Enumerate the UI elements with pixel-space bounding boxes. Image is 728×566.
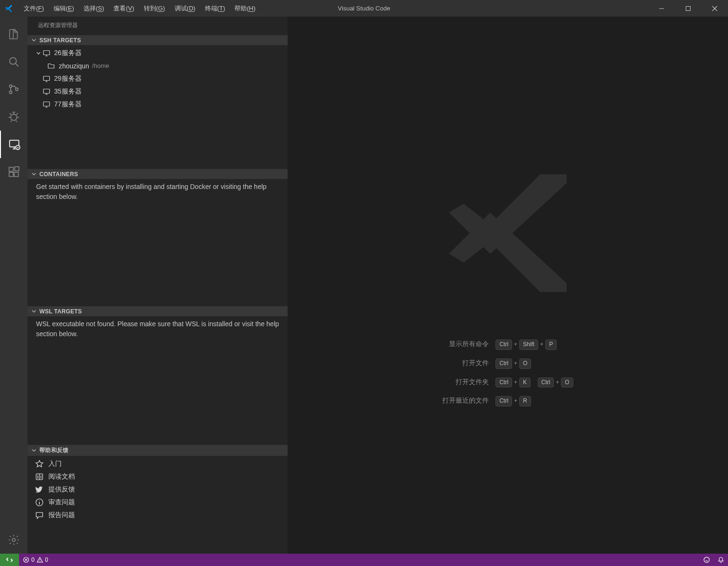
vm-icon — [43, 88, 50, 95]
ssh-host-item[interactable]: 26服务器 — [28, 47, 288, 59]
panel-header-help[interactable]: 帮助和反馈 — [28, 445, 288, 456]
help-item-report-issue[interactable]: 报告问题 — [28, 509, 288, 521]
activity-explorer[interactable] — [0, 20, 28, 48]
ssh-folder-label: zhouziqun — [59, 62, 89, 70]
window-controls — [648, 0, 728, 17]
kbd: Ctrl — [495, 396, 512, 406]
menu-go[interactable]: 转到(G) — [139, 1, 170, 16]
help-item-read-docs[interactable]: 阅读文档 — [28, 470, 288, 483]
vm-icon — [43, 49, 50, 57]
activity-extensions[interactable] — [0, 158, 28, 186]
shortcut-label: 显示所有命令 — [442, 335, 495, 354]
ssh-host-label: 35服务器 — [54, 87, 82, 96]
ssh-folder-item[interactable]: zhouziqun /home — [28, 59, 288, 72]
svg-point-3 — [9, 85, 12, 87]
svg-rect-9 — [9, 167, 13, 171]
panel-title: SSH TARGETS — [39, 37, 81, 44]
wsl-message: WSL executable not found. Please make su… — [36, 320, 279, 338]
svg-point-5 — [16, 88, 18, 90]
status-bar: 0 0 — [0, 554, 728, 566]
svg-rect-11 — [14, 172, 19, 177]
activity-debug[interactable] — [0, 103, 28, 131]
menu-edit[interactable]: 编辑(E) — [49, 1, 79, 16]
activity-settings[interactable] — [0, 526, 28, 554]
editor-area: 显示所有命令 Ctrl+Shift+P 打开文件 Ctrl+O 打开文件夹 Ct… — [288, 17, 728, 554]
maximize-button[interactable] — [675, 0, 701, 17]
star-icon — [35, 460, 44, 468]
vscode-logo-icon — [5, 4, 13, 13]
menu-file[interactable]: 文件(F) — [19, 1, 49, 16]
ssh-folder-path: /home — [92, 62, 109, 69]
status-warning-count: 0 — [45, 557, 48, 563]
titlebar: 文件(F) 编辑(E) 选择(S) 查看(V) 转到(G) 调试(D) 终端(T… — [0, 0, 728, 17]
menu-bar: 文件(F) 编辑(E) 选择(S) 查看(V) 转到(G) 调试(D) 终端(T… — [19, 1, 260, 16]
shortcut-row: 显示所有命令 Ctrl+Shift+P — [442, 335, 573, 354]
sidebar-title: 远程资源管理器 — [28, 17, 288, 35]
svg-rect-12 — [15, 167, 19, 171]
shortcut-label: 打开最近的文件 — [442, 392, 495, 411]
status-feedback-button[interactable] — [700, 554, 714, 566]
kbd: Ctrl — [495, 340, 512, 350]
kbd: O — [519, 358, 531, 369]
activity-remote-explorer[interactable] — [0, 131, 28, 158]
window-title: Visual Studio Code — [338, 5, 390, 12]
chevron-down-icon — [35, 50, 42, 57]
help-item-label: 审查问题 — [48, 498, 75, 507]
menu-selection[interactable]: 选择(S) — [79, 1, 109, 16]
svg-point-2 — [9, 57, 16, 64]
chevron-down-icon — [30, 170, 37, 178]
shortcut-keys: Ctrl+O — [495, 354, 573, 373]
status-problems[interactable]: 0 0 — [19, 554, 52, 566]
ssh-host-item[interactable]: 77服务器 — [28, 98, 288, 111]
help-item-label: 提供反馈 — [48, 485, 75, 494]
shortcut-list: 显示所有命令 Ctrl+Shift+P 打开文件 Ctrl+O 打开文件夹 Ct… — [442, 335, 573, 410]
comment-icon — [35, 511, 44, 519]
ssh-host-item[interactable]: 29服务器 — [28, 72, 288, 85]
status-notifications-button[interactable] — [714, 554, 728, 566]
kbd: Shift — [519, 340, 538, 350]
chevron-down-icon — [30, 308, 37, 315]
ssh-host-label: 29服务器 — [54, 75, 82, 83]
panel-header-ssh-targets[interactable]: SSH TARGETS — [28, 35, 288, 45]
panel-title: 帮助和反馈 — [39, 446, 69, 454]
ssh-host-label: 26服务器 — [54, 49, 82, 57]
svg-point-4 — [9, 91, 12, 94]
menu-view[interactable]: 查看(V) — [109, 1, 139, 16]
shortcut-keys: Ctrl+K Ctrl+O — [495, 373, 573, 392]
shortcut-keys: Ctrl+Shift+P — [495, 335, 573, 354]
containers-body: Get started with containers by installin… — [28, 179, 288, 306]
shortcut-label: 打开文件 — [442, 354, 495, 373]
panel-header-wsl-targets[interactable]: WSL TARGETS — [28, 306, 288, 316]
help-item-get-started[interactable]: 入门 — [28, 457, 288, 470]
ssh-host-item[interactable]: 35服务器 — [28, 85, 288, 98]
svg-rect-16 — [44, 89, 50, 93]
activity-search[interactable] — [0, 48, 28, 75]
sidebar: 远程资源管理器 SSH TARGETS 26服务器 zhouziqun /hom… — [28, 17, 288, 554]
vscode-watermark-icon — [434, 160, 581, 307]
kbd: Ctrl — [495, 358, 512, 369]
minimize-button[interactable] — [648, 0, 675, 17]
panel-title: CONTAINERS — [39, 171, 78, 178]
status-remote-button[interactable] — [0, 554, 19, 566]
kbd: Ctrl — [495, 377, 512, 388]
activity-bar — [0, 17, 28, 554]
shortcut-keys: Ctrl+R — [495, 392, 573, 411]
panel-header-containers[interactable]: CONTAINERS — [28, 169, 288, 179]
menu-terminal[interactable]: 终端(T) — [200, 1, 230, 16]
help-item-review-issues[interactable]: 审查问题 — [28, 496, 288, 509]
menu-help[interactable]: 帮助(H) — [230, 1, 260, 16]
svg-point-13 — [12, 538, 16, 542]
svg-rect-0 — [659, 8, 664, 9]
help-item-label: 报告问题 — [48, 511, 75, 519]
help-item-label: 阅读文档 — [48, 472, 75, 481]
activity-source-control[interactable] — [0, 75, 28, 103]
help-item-give-feedback[interactable]: 提供反馈 — [28, 483, 288, 496]
close-button[interactable] — [701, 0, 728, 17]
help-body: 入门 阅读文档 提供反馈 审查问题 报告问题 — [28, 456, 288, 523]
svg-rect-15 — [44, 76, 50, 80]
shortcut-row: 打开文件夹 Ctrl+K Ctrl+O — [442, 373, 573, 392]
menu-debug[interactable]: 调试(D) — [170, 1, 200, 16]
ssh-host-label: 77服务器 — [54, 100, 82, 109]
svg-point-6 — [11, 114, 17, 121]
vm-icon — [43, 101, 50, 108]
